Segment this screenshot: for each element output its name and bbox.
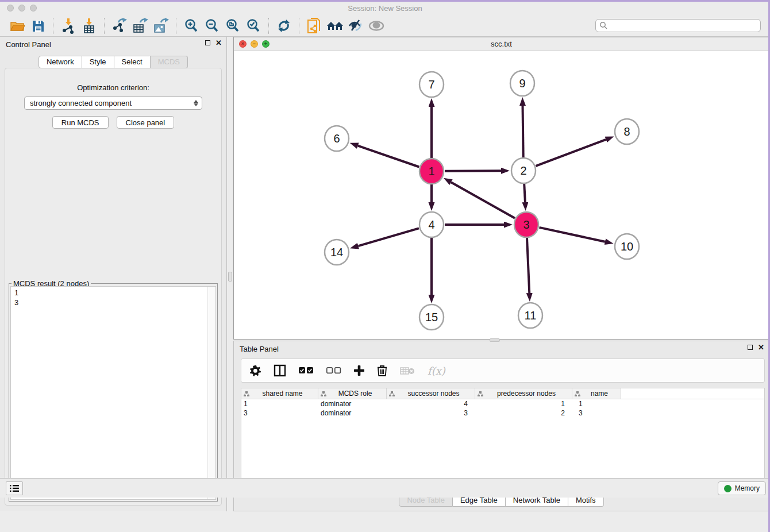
unchecked-boxes-icon (326, 367, 341, 374)
zoom-fit-button[interactable] (224, 17, 242, 34)
column-type-icon (389, 391, 395, 396)
table-cell[interactable]: 3 (572, 409, 621, 417)
window-controls (7, 5, 37, 11)
create-column-button[interactable] (354, 363, 364, 378)
save-session-button[interactable] (29, 17, 47, 34)
graph-edge-3-11[interactable] (527, 238, 529, 293)
table-cell[interactable]: dominator (318, 409, 387, 417)
table-panel-title: Table Panel (240, 345, 279, 353)
network-close-button[interactable]: × (239, 40, 247, 48)
graph-edge-4-14[interactable] (358, 228, 418, 246)
graph-node-label: 8 (623, 125, 630, 138)
control-panel-tabs: NetworkStyleSelectMCDS (0, 56, 226, 68)
memory-status-icon (724, 485, 732, 492)
table-body: 1dominator4113dominator323 (241, 399, 764, 418)
export-network-button[interactable] (110, 17, 129, 34)
graph-node-label: 4 (428, 218, 434, 231)
column-header-predecessor-nodes[interactable]: predecessor nodes (475, 388, 572, 399)
criterion-select[interactable]: strongly connected component (24, 97, 202, 110)
network-maximize-button[interactable]: + (262, 40, 270, 48)
table-cell[interactable]: 3 (387, 409, 475, 417)
new-network-from-file-button[interactable] (305, 17, 324, 34)
delete-column-button[interactable] (377, 363, 387, 378)
column-header-MCDS-role[interactable]: MCDS role (318, 388, 387, 399)
column-header-shared-name[interactable]: shared name (241, 388, 318, 399)
app-window: Session: New Session (0, 0, 770, 532)
refresh-button[interactable] (275, 17, 293, 34)
result-scrollbar[interactable] (207, 287, 215, 499)
plus-icon (354, 365, 364, 376)
select-all-columns-button[interactable] (299, 363, 314, 378)
window-titlebar: Session: New Session (0, 2, 770, 15)
graph-edge-2-3[interactable] (524, 184, 525, 202)
search-box[interactable] (595, 19, 761, 32)
graph-node-label: 11 (525, 309, 537, 322)
close-panel-icon[interactable]: ✕ (215, 40, 222, 45)
table-cell[interactable]: 1 (241, 400, 318, 408)
graph-edge-3-10[interactable] (539, 228, 605, 242)
zoom-in-button[interactable] (182, 17, 201, 34)
graph-edge-3-1[interactable] (451, 182, 515, 218)
unselect-all-columns-button[interactable] (326, 363, 341, 378)
table-row[interactable]: 1dominator411 (241, 399, 764, 408)
close-panel-icon[interactable]: ✕ (758, 345, 764, 350)
open-session-button[interactable] (8, 17, 26, 34)
close-window-button[interactable] (7, 5, 14, 11)
table-options-button[interactable] (249, 363, 261, 378)
tab-style[interactable]: Style (82, 56, 114, 68)
vizmapper-button[interactable] (346, 17, 365, 34)
tab-select[interactable]: Select (114, 56, 151, 68)
show-graphics-details-button[interactable] (367, 17, 386, 34)
graph-node-label: 14 (330, 246, 343, 259)
zoom-out-button[interactable] (203, 17, 221, 34)
graph-node-label: 9 (519, 77, 525, 90)
table-row[interactable]: 3dominator323 (241, 408, 764, 418)
tab-network[interactable]: Network (38, 56, 82, 68)
minimize-window-button[interactable] (18, 5, 25, 11)
task-history-button[interactable] (6, 481, 23, 495)
float-panel-icon[interactable] (205, 40, 210, 45)
table-cell[interactable]: dominator (318, 400, 387, 408)
memory-button[interactable]: Memory (718, 481, 766, 495)
float-panel-icon[interactable] (748, 345, 753, 350)
function-builder-button-disabled[interactable]: f(x) (428, 363, 445, 378)
close-panel-button[interactable]: Close panel (117, 116, 175, 129)
column-header-successor-nodes[interactable]: successor nodes (387, 388, 475, 399)
vertical-splitter-handle[interactable] (228, 272, 232, 282)
import-table-button[interactable] (80, 17, 98, 34)
import-network-button[interactable] (59, 17, 78, 34)
main-toolbar (0, 15, 770, 37)
column-type-icon (478, 391, 483, 396)
run-mcds-button[interactable]: Run MCDS (52, 116, 109, 129)
result-line: 1 (14, 288, 212, 298)
maximize-window-button[interactable] (30, 5, 37, 11)
network-minimize-button[interactable]: − (251, 40, 258, 48)
home-networks-button[interactable] (326, 17, 344, 34)
graph-edge-1-6[interactable] (358, 146, 419, 167)
graph-edge-2-9[interactable] (523, 106, 523, 157)
horizontal-splitter-handle[interactable] (490, 338, 500, 342)
network-canvas[interactable]: 7968124314101511 (234, 51, 769, 339)
table-cell[interactable]: 1 (475, 400, 572, 408)
style-eye-slash-icon (348, 19, 364, 33)
control-panel: Control Panel ✕ NetworkStyleSelectMCDS O… (0, 37, 227, 511)
column-header-name[interactable]: name (572, 388, 621, 399)
mcds-result-textarea[interactable]: 13 (10, 286, 216, 500)
search-input[interactable] (608, 22, 757, 30)
tab-mcds[interactable]: MCDS (151, 56, 188, 68)
table-cell[interactable]: 3 (241, 409, 318, 417)
show-column-panel-button[interactable] (274, 363, 286, 378)
graph-node-label: 7 (428, 78, 434, 91)
table-cell[interactable]: 4 (387, 400, 475, 408)
table-cell[interactable]: 2 (475, 409, 572, 417)
control-panel-title: Control Panel (6, 40, 51, 49)
export-table-button[interactable] (131, 17, 149, 34)
delete-table-button-disabled[interactable] (400, 363, 415, 378)
graph-edge-2-8[interactable] (536, 140, 606, 166)
graph-edge-1-2[interactable] (445, 171, 501, 171)
delete-table-icon (400, 366, 415, 375)
table-cell[interactable]: 1 (572, 400, 621, 408)
export-image-button[interactable] (152, 17, 170, 34)
save-icon (31, 19, 45, 33)
zoom-selected-button[interactable] (244, 17, 263, 34)
